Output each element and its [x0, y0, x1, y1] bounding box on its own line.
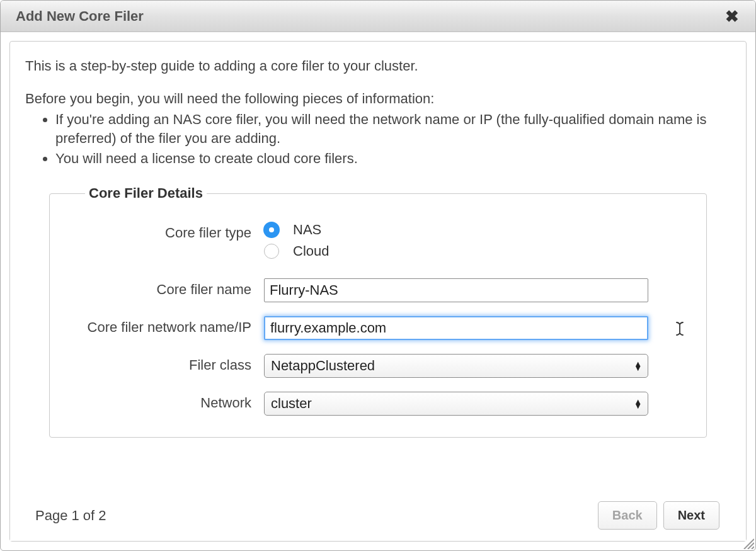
network-value: cluster	[271, 395, 312, 411]
intro-text: This is a step-by-step guide to adding a…	[25, 57, 731, 174]
close-icon[interactable]: ✖	[721, 6, 743, 27]
row-core-filer-name: Core filer name	[75, 278, 681, 302]
intro-line-2: Before you begin, you will need the foll…	[25, 89, 731, 108]
next-button[interactable]: Next	[663, 501, 719, 530]
dialog-footer: Page 1 of 2 Back Next	[10, 490, 746, 541]
radio-option-nas[interactable]: NAS	[264, 222, 648, 238]
intro-bullet-1: If you're adding an NAS core filer, you …	[55, 110, 731, 147]
radio-icon	[264, 222, 279, 237]
radio-option-cloud[interactable]: Cloud	[264, 243, 648, 259]
row-core-filer-network: Core filer network name/IP	[75, 316, 681, 340]
radio-icon	[264, 244, 279, 259]
filer-class-value: NetappClustered	[271, 358, 375, 373]
intro-line-1: This is a step-by-step guide to adding a…	[25, 57, 731, 76]
core-filer-network-input[interactable]	[264, 316, 648, 340]
radio-label-cloud: Cloud	[293, 243, 329, 259]
core-filer-details-fieldset: Core Filer Details Core filer type NAS C…	[49, 185, 707, 438]
label-core-filer-type: Core filer type	[75, 222, 264, 242]
label-filer-class: Filer class	[75, 354, 264, 374]
intro-bullet-2: You will need a license to create cloud …	[55, 149, 731, 168]
filer-class-select[interactable]: NetappClustered	[264, 354, 648, 378]
label-core-filer-name: Core filer name	[75, 278, 264, 298]
label-network: Network	[75, 392, 264, 412]
text-cursor-icon	[675, 321, 685, 339]
dialog-titlebar: Add New Core Filer ✖	[1, 1, 755, 32]
dialog-content: This is a step-by-step guide to adding a…	[1, 32, 755, 550]
network-select[interactable]: cluster	[264, 392, 648, 416]
radio-label-nas: NAS	[293, 222, 321, 238]
back-button[interactable]: Back	[598, 501, 657, 530]
row-core-filer-type: Core filer type NAS Cloud	[75, 222, 681, 264]
core-filer-name-input[interactable]	[264, 278, 648, 302]
footer-buttons: Back Next	[598, 501, 719, 530]
page-indicator: Page 1 of 2	[35, 508, 106, 524]
dialog-title: Add New Core Filer	[16, 8, 144, 25]
intro-bullets: If you're adding an NAS core filer, you …	[25, 110, 731, 168]
add-core-filer-dialog: Add New Core Filer ✖ This is a step-by-s…	[0, 0, 756, 551]
dialog-content-inner: This is a step-by-step guide to adding a…	[9, 41, 747, 542]
fieldset-legend: Core Filer Details	[85, 185, 207, 202]
row-filer-class: Filer class NetappClustered ▲▼	[75, 354, 681, 378]
row-network: Network cluster ▲▼	[75, 392, 681, 416]
label-core-filer-network: Core filer network name/IP	[75, 316, 264, 336]
